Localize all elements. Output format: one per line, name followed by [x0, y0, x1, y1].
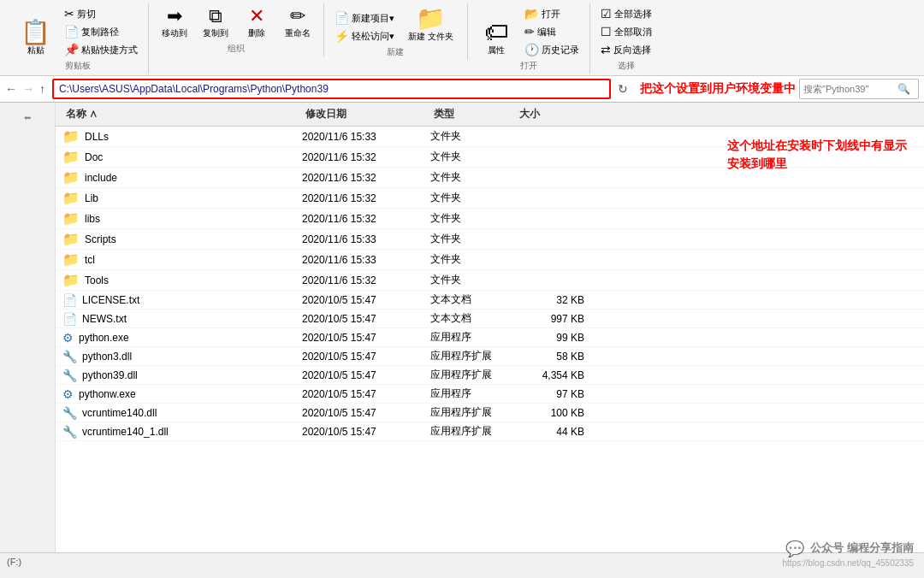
easy-access-button[interactable]: ⚡ 轻松访问▾ — [331, 27, 398, 44]
file-name-text: libs — [85, 213, 100, 225]
table-row[interactable]: ⚙ pythonw.exe 2020/10/5 15:47 应用程序 97 KB — [56, 385, 924, 404]
status-path: (F:) — [7, 557, 21, 567]
copy-path-button[interactable]: 📄 复制路径 — [61, 23, 141, 40]
refresh-button[interactable]: ↻ — [618, 82, 628, 96]
file-date: 2020/10/5 15:47 — [302, 407, 430, 419]
table-row[interactable]: 📁 libs 2020/11/6 15:32 文件夹 — [56, 209, 924, 229]
ribbon-group-clipboard: 📋 粘贴 ✂ 剪切 📄 复制路径 📌 粘贴快捷方式 — [7, 3, 149, 74]
file-size: 97 KB — [516, 388, 584, 400]
file-type: 文件夹 — [430, 252, 516, 267]
file-date: 2020/11/6 15:32 — [302, 213, 430, 225]
header-name[interactable]: 名称 ∧ — [62, 105, 302, 123]
file-date: 2020/11/6 15:33 — [302, 233, 430, 245]
table-row[interactable]: 🔧 vcruntime140.dll 2020/10/5 15:47 应用程序扩… — [56, 404, 924, 422]
exe-icon: ⚙ — [62, 331, 74, 345]
table-row[interactable]: 🔧 python39.dll 2020/10/5 15:47 应用程序扩展 4,… — [56, 366, 924, 385]
table-row[interactable]: 📁 tcl 2020/11/6 15:33 文件夹 — [56, 250, 924, 270]
file-size: 100 KB — [516, 407, 584, 419]
addressbar-hint: 把这个设置到用户环境变量中 — [640, 81, 796, 97]
file-date: 2020/10/5 15:47 — [302, 332, 430, 344]
deselect-all-button[interactable]: ☐ 全部取消 — [597, 23, 655, 40]
txt-icon: 📄 — [62, 312, 77, 326]
file-type: 文件夹 — [430, 150, 516, 164]
cut-button[interactable]: ✂ 剪切 — [61, 5, 141, 22]
up-button[interactable]: ↑ — [39, 82, 45, 96]
file-date: 2020/11/6 15:32 — [302, 192, 430, 204]
file-type: 文本文档 — [430, 292, 516, 307]
properties-label: 属性 — [488, 44, 505, 56]
file-name-text: Tools — [85, 274, 109, 286]
edit-button[interactable]: ✏ 编辑 — [521, 23, 583, 40]
dll-icon: 🔧 — [62, 369, 77, 382]
file-date: 2020/11/6 15:32 — [302, 274, 430, 286]
forward-button[interactable]: → — [22, 82, 34, 96]
header-type[interactable]: 类型 — [430, 105, 516, 123]
file-name-text: Scripts — [85, 233, 116, 245]
file-name-text: LICENSE.txt — [82, 294, 139, 306]
folder-icon: 📁 — [62, 128, 80, 144]
file-area: ⬅ 名称 ∧ 修改日期 类型 大小 📁 DLLs 2020/11/6 15:33… — [0, 103, 924, 552]
select-small-group: ☑ 全部选择 ☐ 全部取消 ⇄ 反向选择 — [597, 5, 655, 58]
select-all-icon: ☑ — [601, 7, 612, 21]
file-name-cell: 🔧 vcruntime140_1.dll — [62, 425, 302, 439]
file-name-text: DLLs — [85, 131, 109, 143]
rename-button[interactable]: ✏ 重命名 — [279, 5, 317, 41]
search-icon[interactable]: 🔍 — [897, 83, 910, 95]
rename-icon: ✏ — [290, 7, 305, 26]
paste-icon: 📋 — [21, 21, 50, 44]
history-button[interactable]: 🕐 历史记录 — [521, 41, 583, 58]
file-type: 应用程序扩展 — [430, 424, 516, 439]
file-list-header: 名称 ∧ 修改日期 类型 大小 — [56, 103, 924, 127]
paste-shortcut-button[interactable]: 📌 粘贴快捷方式 — [61, 41, 141, 58]
invert-select-button[interactable]: ⇄ 反向选择 — [597, 41, 655, 58]
copy-to-label: 复制到 — [203, 27, 228, 39]
folder-icon: 📁 — [62, 169, 80, 186]
table-row[interactable]: ⚙ python.exe 2020/10/5 15:47 应用程序 99 KB — [56, 328, 924, 347]
folder-icon: 📁 — [62, 210, 80, 227]
address-input[interactable]: C:\Users\ASUS\AppData\Local\Programs\Pyt… — [52, 79, 611, 99]
table-row[interactable]: 📁 Scripts 2020/11/6 15:33 文件夹 — [56, 229, 924, 250]
select-all-button[interactable]: ☑ 全部选择 — [597, 5, 655, 22]
file-name-cell: 📁 Doc — [62, 149, 302, 165]
history-icon: 🕐 — [524, 43, 539, 56]
copy-path-label: 复制路径 — [81, 26, 119, 38]
header-date[interactable]: 修改日期 — [302, 105, 430, 123]
new-item-button[interactable]: 📄 新建项目▾ — [331, 9, 398, 27]
file-name-text: tcl — [85, 254, 95, 266]
delete-button[interactable]: ✕ 删除 — [238, 5, 275, 41]
properties-button[interactable]: 🏷 属性 — [475, 19, 518, 58]
open-button[interactable]: 📂 打开 — [521, 5, 583, 22]
header-size[interactable]: 大小 — [516, 105, 584, 123]
annotation-text: 这个地址在安装时下划线中有显示安装到哪里 — [727, 139, 907, 170]
folder-icon: 📁 — [62, 231, 80, 247]
table-row[interactable]: 📄 LICENSE.txt 2020/10/5 15:47 文本文档 32 KB — [56, 291, 924, 310]
new-folder-button[interactable]: 📁 新建 文件夹 — [401, 5, 460, 44]
cut-icon: ✂ — [64, 7, 74, 21]
copy-to-button[interactable]: ⧉ 复制到 — [197, 5, 234, 41]
table-row[interactable]: 🔧 vcruntime140_1.dll 2020/10/5 15:47 应用程… — [56, 422, 924, 441]
table-row[interactable]: 📄 NEWS.txt 2020/10/5 15:47 文本文档 997 KB — [56, 310, 924, 328]
paste-button[interactable]: 📋 粘贴 — [14, 19, 57, 58]
search-input[interactable] — [803, 84, 897, 94]
left-panel-item[interactable]: ⬅ — [22, 109, 33, 126]
table-row[interactable]: 🔧 python3.dll 2020/10/5 15:47 应用程序扩展 58 … — [56, 347, 924, 366]
file-name-cell: 📁 Scripts — [62, 231, 302, 247]
file-name-cell: 📄 NEWS.txt — [62, 312, 302, 326]
file-type: 文件夹 — [430, 232, 516, 246]
table-row[interactable]: 📁 Lib 2020/11/6 15:32 文件夹 — [56, 188, 924, 209]
move-to-button[interactable]: ➡ 移动到 — [156, 5, 193, 41]
select-all-label: 全部选择 — [614, 8, 652, 21]
file-name-cell: 🔧 python39.dll — [62, 369, 302, 382]
back-button[interactable]: ← — [5, 82, 17, 96]
folder-icon: 📁 — [62, 149, 80, 165]
select-group-label: 选择 — [618, 60, 635, 72]
paste-shortcut-icon: 📌 — [64, 43, 79, 56]
file-name-cell: 📁 tcl — [62, 251, 302, 268]
ribbon-group-select: ☑ 全部选择 ☐ 全部取消 ⇄ 反向选择 选择 — [590, 3, 662, 74]
file-name-text: NEWS.txt — [82, 313, 127, 325]
move-to-label: 移动到 — [162, 27, 187, 39]
file-date: 2020/10/5 15:47 — [302, 388, 430, 400]
file-name-cell: ⚙ pythonw.exe — [62, 387, 302, 401]
file-date: 2020/10/5 15:47 — [302, 294, 430, 306]
table-row[interactable]: 📁 Tools 2020/11/6 15:32 文件夹 — [56, 270, 924, 291]
